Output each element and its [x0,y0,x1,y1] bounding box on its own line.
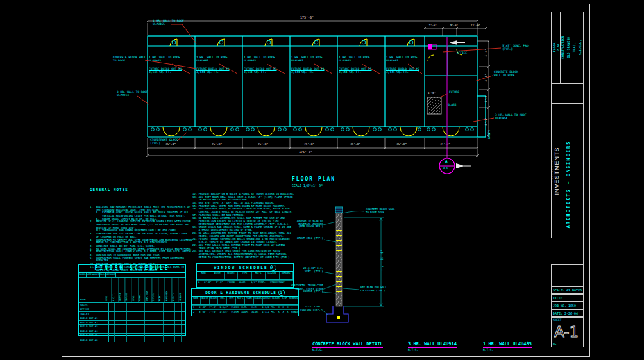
list-item: TOILET [79,311,185,316]
list-item: HEIGHT [179,278,185,302]
titleblock-file: FILE: [552,296,563,300]
caption-2-sub: N.T.S. [408,348,457,352]
unit-wall-note: 1 HR. WALL TO ROOF UL#U465 [149,56,192,63]
unit-area: 3,144 SQ. FT. [386,70,423,74]
titleblock-firm-type: ARCHITECTS — ENGINEERS [566,116,571,253]
list-item: 5'-6" [443,24,464,27]
dim-office-inner: 4'-6" [428,92,436,95]
detail-label-anchor: ANCHOR TO SLAB W/ DOVETAIL ANCHORS (PER … [295,220,323,229]
door-schedule-columns: MARKWIDTHHEIGHTTHK.TYPEMAT'LFRAMEHINGESL… [192,297,298,305]
finish-rows: SALESOFFICETOILETBUILD OUT #1BUILD OUT #… [79,302,185,342]
unit-wall-note: 1 HR. WALL TO ROOF UL#U465 [196,56,240,63]
caption-3-title: 1 HR. WALL UL#U485 [483,341,532,348]
notes-list-1: 1. BUILDING AND MASONRY MATERIALS SHALL … [90,206,191,272]
window-schedule-mark: A [270,265,276,271]
detail-height-dim: + / - 15'-0" [380,245,384,271]
list-item: BUILD OUT #2 [79,320,185,325]
unit-wall-note: 1 HR. WALL TO ROOF UL#U465 [244,56,287,63]
caption-3hr-wall: 3 HR. WALL UL#U914 N.T.S. [408,324,457,360]
list-item: WIDTH [210,272,224,279]
list-item: 25'-0" [194,143,240,146]
unit-wall-note: 1 HR. WALL TO ROOF UL#U465 [291,56,335,63]
titleblock-of-label: OF [553,343,556,346]
list-item: FRAME [245,297,254,304]
detail-label-vert-reinf: #5 @ 48" O.C. VERT. (TYP.) [296,267,323,273]
unit-area: 3,144 SQ. FT. [149,70,192,74]
label-left-3hr-wall: 3 HR. WALL TO ROOF UL#U914 [117,90,153,97]
titleblock-job-box: JOB NO. 1850 [551,302,584,309]
titleblock-owner: HIRAM INVESTMENTS LLC [551,147,561,195]
dim-right-1: 5'-4" [485,49,488,56]
titleblock-divider [550,4,550,356]
general-notes-col2: 12. PROVIDE BACKUP ON 6 WALLS & PANEL AT… [192,181,307,271]
list-item: GLAZING [266,272,279,279]
list-item: MARK [192,297,201,304]
titleblock-firm-address: GAUSE BLVD., STE. 100 — SLIDELL, LOUISIA… [583,116,584,253]
titleblock-date-box: DATE: 2-26-04 [551,309,584,317]
list-item: CLG. [100,273,106,277]
list-item: REMARKS [106,273,116,277]
finish-schedule-title: FINISH SCHEDULE [79,265,185,273]
unit-area: 3,144 SQ. FT. [244,70,287,74]
titleblock-empty-box-1 [551,83,584,104]
dim-overall-bottom: 175'-8" [299,151,312,154]
titleblock-scale-box: SCALE: AS NOTED [551,286,584,294]
titleblock-job: JOB NO. 1850 [552,304,576,307]
list-item: WALLS [92,273,100,277]
titleblock-empty-box-2 [551,264,584,286]
titleblock-owner-box: HIRAM INVESTMENTS LLC [551,104,561,238]
list-item: LOCKSET [263,297,272,304]
list-item: BASE [87,273,92,277]
list-item: FLOOR [79,273,87,277]
general-notes-title: GENERAL NOTES [90,187,191,192]
list-item: SEALED [125,278,131,302]
detail-label-mid-right: SEE PLAN FOR WALL LOCATIONS (TYP.) [360,286,394,292]
unit-wall-note: 1 HR. WALL TO ROOF UL#U465 [339,56,382,63]
finish-schedule-groups: FLOORBASEWALLSCLG.REMARKS [79,273,185,278]
list-item: TYPE [227,297,236,304]
list-item: BUILD OUT #1 [79,316,185,320]
titleblock-sheet-label: SHEET [553,318,562,322]
dim-right-section: 31'-2" [440,143,450,146]
label-office: OFFICE [457,51,467,54]
list-item: WIDTH [201,297,210,304]
detail-label-top-right: CONCRETE BLOCK WALL TO ROOF DECK [366,208,402,214]
window-schedule-columns: MARKWIDTHHEIGHTTYPEMAT'LGLAZINGREMARKS [197,272,293,280]
list-item: HEIGHT [210,297,219,304]
unit-3: 1 HR. WALL TO ROOF UL#U465 FUTURE BUILD … [244,56,287,74]
door-schedule-rows: 1 3'-0" 7'-0" 1-3/4" FLUSH H.M. H.M. 1-1… [192,305,298,314]
section-marker-letter: A [445,159,448,163]
list-item: 12'-6" [465,24,486,27]
list-item: GYP. BD. [146,278,152,302]
list-item: 1 3'-0" 7'-0" 1-3/4" FLUSH H.M. H.M. 1-1… [192,305,298,309]
list-item: 25'-0" [286,143,332,146]
titleblock-sheet-box: SHEET A-1 OF [551,317,584,347]
titleblock-client: KOSTMAYER CONSTRUCTION OLD SPANISH TRAIL… [560,36,584,59]
list-item: REMARKS [280,272,293,279]
list-item: MAT'L [252,272,266,279]
label-conc-pad: 5'x5' CONC. PAD (TYP.) [502,44,536,51]
label-right-concrete-wall: CONCRETE BLOCK WALL TO ROOF [494,70,530,78]
list-item: HEIGHT [225,272,238,279]
list-item: 2 3'-0" 7'-0" 1-3/4" FLUSH ALUM. ALUM. 1… [192,309,298,314]
list-item: STOP [280,297,289,304]
unit-4: 1 HR. WALL TO ROOF UL#U465 FUTURE BUILD … [291,56,335,74]
list-item: 25'-0" [378,143,425,146]
unit-area: 3,144 SQ. FT. [339,70,382,74]
list-item: 25'-8" [148,143,194,146]
section-marker-sheet: A-1 [443,167,448,170]
label-canopy: CANOPY [488,120,491,139]
detail-label-horiz-reinf: HORIZONTAL TRUSS-TYPE REINF. EVERY OTHER… [289,284,323,293]
window-schedule: WINDOW SCHEDULEA MARKWIDTHHEIGHTTYPEMAT'… [196,263,294,288]
unit-1: 1 HR. WALL TO ROOF UL#U465 FUTURE BUILD … [149,56,192,74]
titleblock-file-box: FILE: [551,294,584,302]
caption-1hr-wall: 1 HR. WALL UL#U485 N.T.S. [483,324,532,360]
list-item: A.C.T. [172,278,178,302]
list-item: 7'-6" [422,24,443,27]
finish-room-header-text: ROOM [80,299,85,301]
list-item: BUILD OUT #4 [79,329,185,333]
titleblock-sheet-number: A-1 [554,323,579,340]
dim-right-3: 2'-4" [485,94,488,102]
list-item: A 6'-0" 7'-0" FIXED ALUM. 1/4" TEMP. STO… [197,280,293,284]
list-item: CLOSER [271,297,280,304]
